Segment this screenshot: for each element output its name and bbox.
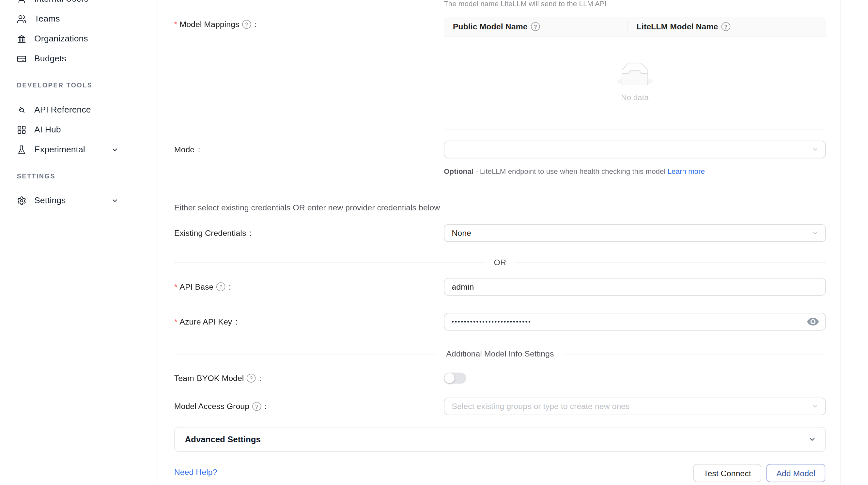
add-model-form: The model name LiteLLM will send to the …: [158, 0, 868, 485]
sidebar-item-label: AI Hub: [34, 125, 61, 135]
no-data-text: No data: [621, 93, 648, 102]
model-mappings-label: * Model Mappings ? :: [174, 19, 257, 30]
sidebar-section-settings: SETTINGS: [17, 173, 56, 180]
credit-card-icon: [17, 54, 26, 64]
azure-api-key-label: * Azure API Key :: [174, 316, 238, 327]
add-model-button[interactable]: Add Model: [766, 464, 825, 482]
page-right-divider: [841, 0, 841, 485]
additional-info-divider: Additional Model Info Settings: [174, 349, 826, 358]
model-access-group-label: Model Access Group ? :: [174, 401, 267, 412]
grid-icon: [17, 125, 26, 134]
chevron-down-icon: [812, 403, 819, 410]
column-separator: [627, 21, 628, 32]
litellm-admin-ui: Internal Users Teams Organizations Budge…: [0, 0, 868, 485]
help-icon[interactable]: ?: [531, 22, 540, 31]
select-placeholder: Select existing groups or type to create…: [452, 402, 629, 411]
learn-more-link[interactable]: Learn more: [668, 167, 705, 175]
empty-inbox-icon: [617, 63, 653, 88]
sidebar-item-internal-users[interactable]: Internal Users: [0, 0, 157, 9]
sidebar-item-label: Settings: [34, 195, 66, 205]
mode-help-text: Optional - LiteLLM endpoint to use when …: [444, 165, 709, 178]
sidebar-item-experimental[interactable]: Experimental: [0, 139, 157, 160]
user-icon: [17, 0, 26, 4]
chevron-down-icon: [808, 435, 816, 443]
eye-icon[interactable]: [807, 317, 819, 326]
required-asterisk: *: [174, 283, 178, 291]
required-asterisk: *: [174, 317, 178, 326]
chevron-down-icon: [111, 146, 119, 153]
sidebar-item-label: Experimental: [34, 144, 85, 155]
sidebar-item-label: API Reference: [34, 105, 91, 115]
sidebar-section-developer-tools: DEVELOPER TOOLS: [17, 82, 93, 88]
sidebar-item-label: Organizations: [34, 34, 88, 44]
plug-icon: [17, 105, 26, 115]
team-byok-toggle[interactable]: [444, 373, 466, 384]
column-header-litellm-model-name: LiteLLM Model Name ?: [627, 22, 826, 31]
mode-label: Mode :: [174, 144, 200, 155]
model-name-hint: The model name LiteLLM will send to the …: [444, 0, 607, 8]
model-access-group-select[interactable]: Select existing groups or type to create…: [444, 397, 826, 415]
flask-icon: [17, 145, 26, 154]
sidebar-item-label: Budgets: [34, 54, 66, 64]
azure-api-key-input[interactable]: [444, 313, 826, 330]
users-icon: [17, 14, 26, 24]
help-icon[interactable]: ?: [242, 20, 251, 29]
mode-select[interactable]: [444, 140, 826, 158]
chevron-down-icon: [111, 197, 119, 204]
sidebar: Internal Users Teams Organizations Budge…: [0, 0, 157, 485]
sidebar-item-label: Internal Users: [34, 0, 88, 4]
sidebar-item-teams[interactable]: Teams: [0, 9, 157, 29]
bank-icon: [17, 34, 26, 43]
model-mappings-table: Public Model Name ? LiteLLM Model Name ?…: [444, 17, 826, 130]
help-icon[interactable]: ?: [721, 22, 731, 31]
required-asterisk: *: [174, 20, 178, 29]
existing-credentials-select[interactable]: None: [444, 224, 826, 242]
chevron-down-icon: [812, 146, 819, 153]
sidebar-item-label: Teams: [34, 14, 60, 24]
chevron-down-icon: [812, 230, 819, 236]
sidebar-item-budgets[interactable]: Budgets: [0, 48, 157, 68]
sidebar-item-organizations[interactable]: Organizations: [0, 29, 157, 48]
credentials-note: Either select existing credentials OR en…: [174, 202, 440, 213]
help-icon[interactable]: ?: [252, 402, 261, 411]
need-help-link[interactable]: Need Help?: [174, 468, 217, 477]
team-byok-label: Team-BYOK Model ? :: [174, 373, 261, 384]
api-base-label: * API Base ? :: [174, 281, 231, 292]
sidebar-item-ai-hub[interactable]: AI Hub: [0, 120, 157, 139]
help-icon[interactable]: ?: [247, 374, 256, 383]
help-icon[interactable]: ?: [216, 283, 225, 291]
column-header-public-model-name: Public Model Name ?: [444, 22, 627, 31]
gear-icon: [17, 196, 26, 205]
table-header: Public Model Name ? LiteLLM Model Name ?: [444, 17, 826, 37]
toggle-knob: [444, 373, 455, 383]
sidebar-item-settings[interactable]: Settings: [0, 191, 157, 211]
api-base-input[interactable]: [444, 278, 826, 295]
test-connect-button[interactable]: Test Connect: [693, 464, 761, 482]
advanced-settings-panel[interactable]: Advanced Settings: [174, 427, 826, 452]
table-empty-state: No data: [444, 37, 826, 130]
or-divider: OR: [174, 258, 826, 267]
existing-credentials-label: Existing Credentials :: [174, 228, 252, 239]
sidebar-item-api-reference[interactable]: API Reference: [0, 100, 157, 120]
